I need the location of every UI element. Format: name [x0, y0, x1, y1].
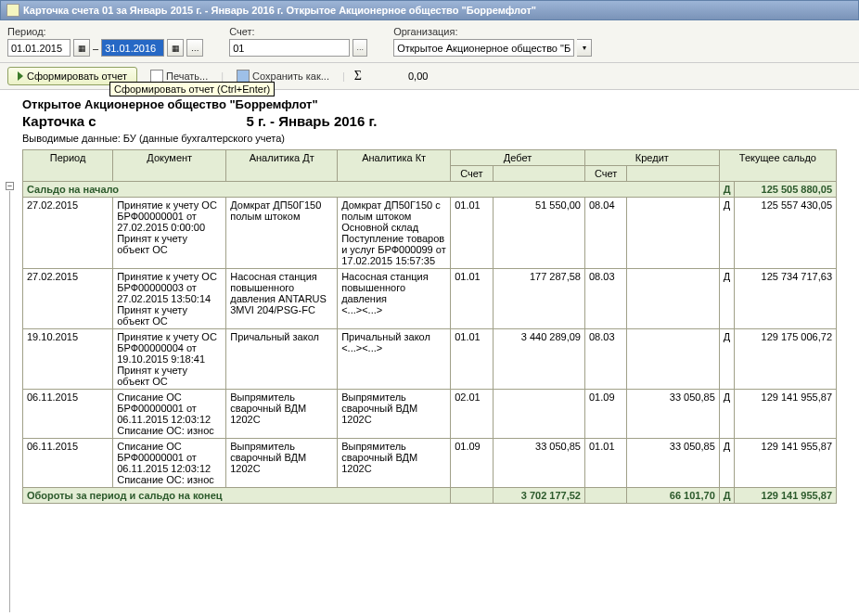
report-table: Период Документ Аналитика Дт Аналитика К…	[22, 149, 837, 504]
sum-value: 0,00	[408, 71, 428, 82]
table-row[interactable]: 27.02.2015Принятие к учету ОС БРФ0000000…	[23, 269, 837, 329]
period-extra-button[interactable]: …	[186, 39, 203, 57]
col-analytics-dt[interactable]: Аналитика Дт	[226, 150, 338, 182]
date-to-picker-button[interactable]: ▦	[167, 39, 184, 57]
account-input[interactable]	[229, 39, 350, 57]
col-credit[interactable]: Кредит	[584, 150, 719, 166]
account-label: Счет:	[229, 26, 367, 37]
generate-report-label: Сформировать отчет	[27, 71, 127, 82]
col-debit[interactable]: Дебет	[451, 150, 585, 166]
report-subtitle: Выводимые данные: БУ (данные бухгалтерск…	[22, 133, 837, 144]
report-area: Открытое Акционерное общество "Борремфло…	[0, 90, 859, 504]
col-period[interactable]: Период	[23, 150, 113, 182]
opening-balance-row[interactable]: Сальдо на началоД125 505 880,05	[23, 182, 837, 198]
account-lookup-button[interactable]: …	[353, 39, 367, 57]
org-input[interactable]	[393, 39, 574, 57]
table-row[interactable]: 06.11.2015Списание ОС БРФ00000001 от 06.…	[23, 390, 837, 439]
col-document[interactable]: Документ	[113, 150, 226, 182]
table-row[interactable]: 19.10.2015Принятие к учету ОС БРФ0000000…	[23, 329, 837, 390]
closing-balance-row[interactable]: Обороты за период и сальдо на конец3 702…	[23, 488, 837, 504]
table-row[interactable]: 06.11.2015Списание ОС БРФ00000001 от 06.…	[23, 439, 837, 488]
sigma-icon: Σ	[354, 69, 362, 83]
window-icon	[6, 4, 19, 17]
period-dash: –	[93, 43, 98, 54]
window-title: Карточка счета 01 за Январь 2015 г. - Ян…	[23, 5, 536, 16]
disk-icon	[237, 70, 250, 83]
period-label: Период:	[7, 26, 203, 37]
generate-tooltip: Сформировать отчет (Ctrl+Enter)	[109, 82, 275, 96]
col-analytics-kt[interactable]: Аналитика Кт	[338, 150, 451, 182]
window-title-bar: Карточка счета 01 за Январь 2015 г. - Ян…	[0, 0, 859, 20]
parameters-bar: Период: ▦ – ▦ … Счет: … Организация: ▾	[0, 20, 859, 63]
date-from-input[interactable]	[7, 39, 71, 57]
table-row[interactable]: 27.02.2015Принятие к учету ОС БРФ0000000…	[23, 198, 837, 269]
play-icon	[18, 71, 23, 81]
outline-line	[9, 191, 10, 504]
col-credit-account[interactable]: Счет	[584, 166, 627, 182]
printer-icon	[150, 70, 163, 83]
date-from-picker-button[interactable]: ▦	[73, 39, 90, 57]
toolbar: Сформировать отчет Сформировать отчет (C…	[0, 63, 859, 90]
report-org-title: Открытое Акционерное общество "Борремфло…	[22, 97, 837, 111]
org-dropdown-button[interactable]: ▾	[577, 39, 592, 57]
print-label: Печать...	[166, 71, 208, 82]
org-label: Организация:	[393, 26, 592, 37]
report-title: Карточка счета 01 за Январь 2015 г. - Ян…	[22, 113, 837, 129]
col-balance[interactable]: Текущее сальдо	[719, 150, 836, 182]
save-label: Сохранить как...	[252, 71, 329, 82]
col-debit-account[interactable]: Счет	[451, 166, 494, 182]
date-to-input[interactable]	[101, 39, 164, 57]
table-header: Период Документ Аналитика Дт Аналитика К…	[23, 150, 837, 182]
outline-collapse-button[interactable]: −	[6, 182, 14, 190]
